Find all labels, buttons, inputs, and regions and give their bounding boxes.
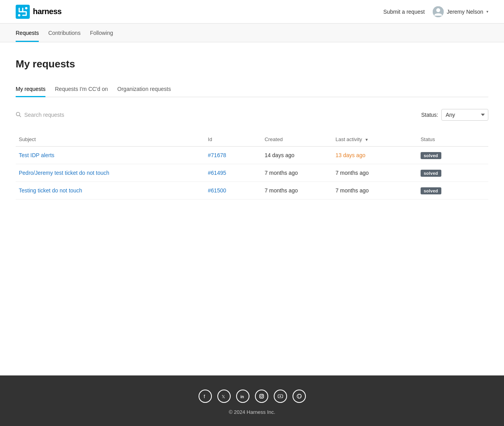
svg-point-12 xyxy=(262,395,263,395)
table-header-row: Subject Id Created Last activity ▼ Statu… xyxy=(16,132,488,147)
svg-rect-10 xyxy=(260,394,264,398)
twitter-icon: 𝕏 xyxy=(221,393,227,399)
requests-table: Subject Id Created Last activity ▼ Statu… xyxy=(16,132,488,199)
social-linkedin-link[interactable]: in xyxy=(236,390,249,403)
youtube-icon xyxy=(278,393,283,399)
nav-item-following[interactable]: Following xyxy=(90,30,113,42)
id-link-1[interactable]: #61495 xyxy=(208,170,226,176)
cell-id-2: #61500 xyxy=(205,182,262,199)
svg-point-2 xyxy=(25,7,27,9)
cell-status-2: solved xyxy=(417,182,488,199)
cell-id-1: #61495 xyxy=(205,164,262,182)
status-label: Status: xyxy=(421,112,438,118)
table-row: Test IDP alerts #71678 14 days ago 13 da… xyxy=(16,147,488,164)
nav-item-contributions[interactable]: Contributions xyxy=(48,30,81,42)
table-row: Testing ticket do not touch #61500 7 mon… xyxy=(16,182,488,199)
cell-activity-2: 7 months ago xyxy=(332,182,417,199)
cell-created-2: 7 months ago xyxy=(262,182,332,199)
sort-arrow-icon: ▼ xyxy=(365,138,369,142)
github-icon xyxy=(296,393,302,399)
avatar-icon xyxy=(433,6,444,17)
logo-area[interactable]: harness xyxy=(16,5,61,19)
submit-request-link[interactable]: Submit a request xyxy=(383,9,425,15)
filter-row: Status: Any Open Pending Solved xyxy=(16,109,488,121)
cell-status-1: solved xyxy=(417,164,488,182)
activity-value-2: 7 months ago xyxy=(336,187,369,194)
col-header-activity[interactable]: Last activity ▼ xyxy=(332,132,417,147)
table-row: Pedro/Jeremy test ticket do not touch #6… xyxy=(16,164,488,182)
social-github-link[interactable] xyxy=(293,390,306,403)
activity-value-1: 7 months ago xyxy=(336,170,369,176)
logo-text: harness xyxy=(33,7,61,16)
svg-marker-14 xyxy=(280,395,281,397)
secondary-nav: Requests Contributions Following xyxy=(0,24,504,42)
nav-right: Submit a request Jeremy Nelson ▾ xyxy=(383,6,488,17)
instagram-icon xyxy=(259,393,264,399)
status-filter: Status: Any Open Pending Solved xyxy=(421,109,488,121)
linkedin-icon: in xyxy=(240,393,246,399)
search-icon xyxy=(16,112,21,118)
sub-tabs: My requests Requests I'm CC'd on Organiz… xyxy=(16,82,488,97)
social-instagram-link[interactable] xyxy=(255,390,268,403)
user-menu[interactable]: Jeremy Nelson ▾ xyxy=(433,6,488,17)
cell-status-0: solved xyxy=(417,147,488,164)
svg-point-11 xyxy=(260,395,262,397)
cell-created-0: 14 days ago xyxy=(262,147,332,164)
col-header-id: Id xyxy=(205,132,262,147)
svg-line-6 xyxy=(20,115,21,117)
activity-value-0: 13 days ago xyxy=(336,152,365,158)
status-select[interactable]: Any Open Pending Solved xyxy=(441,109,488,121)
subject-link-0[interactable]: Test IDP alerts xyxy=(19,152,54,158)
page-title: My requests xyxy=(16,58,488,70)
svg-text:f: f xyxy=(204,393,205,399)
footer: f 𝕏 in xyxy=(0,375,504,426)
user-chevron-icon: ▾ xyxy=(486,9,488,14)
social-twitter-link[interactable]: 𝕏 xyxy=(217,390,231,403)
user-name: Jeremy Nelson xyxy=(447,9,483,15)
tab-my-requests[interactable]: My requests xyxy=(16,82,45,97)
col-header-subject: Subject xyxy=(16,132,205,147)
svg-text:𝕏: 𝕏 xyxy=(222,394,225,399)
cell-subject-0: Test IDP alerts xyxy=(16,147,205,164)
footer-social: f 𝕏 in xyxy=(16,390,488,403)
nav-item-requests[interactable]: Requests xyxy=(16,30,39,42)
cell-activity-0: 13 days ago xyxy=(332,147,417,164)
user-avatar xyxy=(433,6,444,17)
top-nav: harness Submit a request Jeremy Nelson ▾ xyxy=(0,0,504,24)
svg-text:in: in xyxy=(240,395,244,399)
cell-subject-2: Testing ticket do not touch xyxy=(16,182,205,199)
subject-link-1[interactable]: Pedro/Jeremy test ticket do not touch xyxy=(19,170,109,176)
col-header-status: Status xyxy=(417,132,488,147)
cell-activity-1: 7 months ago xyxy=(332,164,417,182)
search-container xyxy=(16,112,421,118)
col-header-created: Created xyxy=(262,132,332,147)
svg-point-4 xyxy=(436,8,440,12)
cell-created-1: 7 months ago xyxy=(262,164,332,182)
status-badge-1: solved xyxy=(421,170,441,177)
footer-copyright: © 2024 Harness Inc. xyxy=(16,409,488,415)
status-badge-0: solved xyxy=(421,152,441,159)
social-facebook-link[interactable]: f xyxy=(199,390,212,403)
tab-cc-requests[interactable]: Requests I'm CC'd on xyxy=(55,82,108,97)
facebook-icon: f xyxy=(202,393,208,399)
id-link-2[interactable]: #61500 xyxy=(208,187,226,194)
cell-id-0: #71678 xyxy=(205,147,262,164)
status-badge-2: solved xyxy=(421,187,441,194)
subject-link-2[interactable]: Testing ticket do not touch xyxy=(19,187,82,194)
svg-point-1 xyxy=(18,14,20,16)
tab-org-requests[interactable]: Organization requests xyxy=(117,82,171,97)
cell-subject-1: Pedro/Jeremy test ticket do not touch xyxy=(16,164,205,182)
main-content: My requests My requests Requests I'm CC'… xyxy=(0,42,504,375)
harness-logo-icon xyxy=(16,5,30,19)
search-input[interactable] xyxy=(24,112,134,118)
id-link-0[interactable]: #71678 xyxy=(208,152,226,158)
social-youtube-link[interactable] xyxy=(274,390,287,403)
